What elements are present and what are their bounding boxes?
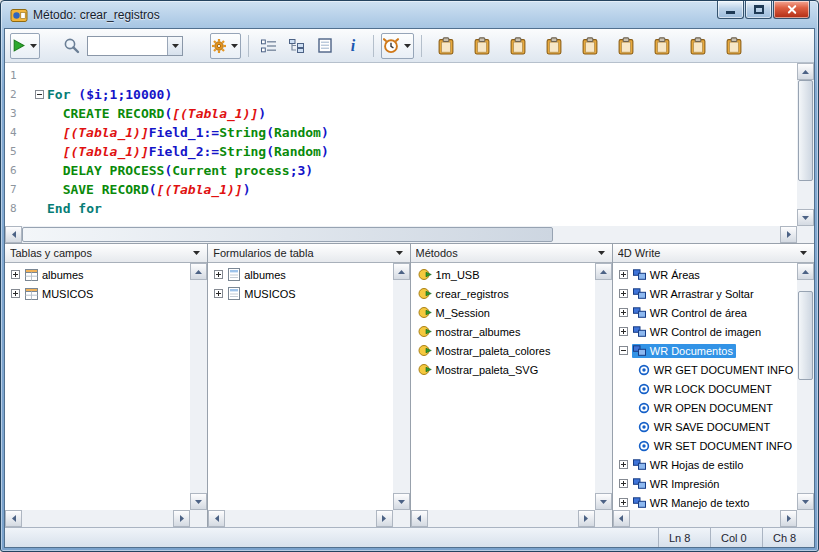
- expand-plus-icon[interactable]: [619, 289, 628, 298]
- expand-plus-icon[interactable]: [619, 327, 628, 336]
- scroll-up-icon[interactable]: [797, 263, 814, 280]
- expand-plus-icon[interactable]: [11, 270, 20, 279]
- expand-plus-icon[interactable]: [619, 270, 628, 279]
- search-combo[interactable]: [87, 36, 183, 56]
- list-item[interactable]: mostrar_albumes: [411, 322, 595, 341]
- info-button[interactable]: i: [340, 33, 366, 59]
- expand-plus-icon[interactable]: [619, 308, 628, 317]
- scroll-track[interactable]: [797, 80, 814, 209]
- list-item[interactable]: WR SAVE DOCUMENT: [613, 417, 797, 436]
- clipboard-8[interactable]: [685, 33, 711, 59]
- scroll-track[interactable]: [190, 280, 207, 493]
- scroll-up-icon[interactable]: [595, 263, 612, 280]
- scroll-left-icon[interactable]: [411, 510, 428, 527]
- fold-collapse-icon[interactable]: [31, 90, 47, 99]
- chevron-down-icon[interactable]: [596, 251, 607, 255]
- horizontal-scrollbar[interactable]: [411, 510, 595, 527]
- last-values-button[interactable]: [381, 33, 414, 59]
- list-item[interactable]: albumes: [5, 265, 190, 284]
- scroll-up-icon[interactable]: [190, 263, 207, 280]
- vertical-scrollbar[interactable]: [190, 263, 207, 510]
- vertical-scrollbar[interactable]: [595, 263, 612, 510]
- horizontal-scrollbar[interactable]: [5, 510, 190, 527]
- search-combo-input[interactable]: [88, 37, 167, 55]
- list-item[interactable]: MUSICOS: [5, 284, 190, 303]
- code-line[interactable]: [(Tabla_1)]Field_2:=String(Random): [31, 142, 797, 161]
- scroll-track[interactable]: [22, 510, 173, 527]
- clipboard-5[interactable]: [577, 33, 603, 59]
- list-item[interactable]: WR GET DOCUMENT INFO: [613, 360, 797, 379]
- scroll-up-icon[interactable]: [393, 263, 410, 280]
- scroll-right-icon[interactable]: [173, 510, 190, 527]
- line-number[interactable]: 1: [5, 66, 31, 85]
- scroll-track[interactable]: [22, 226, 780, 243]
- scroll-down-icon[interactable]: [393, 493, 410, 510]
- vertical-scrollbar[interactable]: [393, 263, 410, 510]
- scroll-track[interactable]: [797, 280, 814, 493]
- clipboard-4[interactable]: [541, 33, 567, 59]
- list-item[interactable]: MUSICOS: [208, 284, 392, 303]
- scroll-track[interactable]: [225, 510, 375, 527]
- scroll-thumb[interactable]: [798, 80, 813, 181]
- clipboard-6[interactable]: [613, 33, 639, 59]
- clipboard-2[interactable]: [469, 33, 495, 59]
- pane-4d-write-header[interactable]: 4D Write: [613, 244, 814, 263]
- vertical-scrollbar[interactable]: [797, 63, 814, 226]
- code-line[interactable]: [(Tabla_1)]Field_1:=String(Random): [31, 123, 797, 142]
- expand-plus-icon[interactable]: [619, 460, 628, 469]
- code-line[interactable]: DELAY PROCESS(Current process;3): [31, 161, 797, 180]
- close-button[interactable]: [773, 1, 810, 19]
- list-item[interactable]: Mostrar_paleta_SVG: [411, 360, 595, 379]
- chevron-down-icon[interactable]: [798, 251, 809, 255]
- macros-button-dropdown[interactable]: [229, 34, 240, 58]
- scroll-left-icon[interactable]: [5, 510, 22, 527]
- list-item[interactable]: WR Documentos: [613, 341, 797, 360]
- scroll-thumb[interactable]: [798, 291, 813, 380]
- list-item[interactable]: albumes: [208, 265, 392, 284]
- line-number[interactable]: 7: [5, 180, 31, 199]
- maximize-button[interactable]: [745, 1, 772, 19]
- scroll-track[interactable]: [595, 280, 612, 493]
- list-item[interactable]: WR Hojas de estilo: [613, 455, 797, 474]
- chevron-down-icon[interactable]: [191, 251, 202, 255]
- macros-button[interactable]: [210, 33, 241, 59]
- line-number[interactable]: 8: [5, 199, 31, 218]
- scroll-down-icon[interactable]: [797, 209, 814, 226]
- list-item[interactable]: WR LOCK DOCUMENT: [613, 379, 797, 398]
- code-line[interactable]: For ($i;1;10000): [31, 85, 797, 104]
- line-number[interactable]: 6: [5, 161, 31, 180]
- scroll-down-icon[interactable]: [190, 493, 207, 510]
- clipboard-3[interactable]: [505, 33, 531, 59]
- minimize-button[interactable]: [717, 1, 744, 19]
- scroll-right-icon[interactable]: [376, 510, 393, 527]
- list-item[interactable]: 1m_USB: [411, 265, 595, 284]
- list-item[interactable]: WR Manejo de texto: [613, 493, 797, 510]
- code-line[interactable]: End for: [31, 199, 797, 218]
- expand-plus-icon[interactable]: [619, 479, 628, 488]
- list-item[interactable]: WR Arrastrar y Soltar: [613, 284, 797, 303]
- search-combo-dropdown-icon[interactable]: [167, 37, 182, 55]
- list-item[interactable]: crear_registros: [411, 284, 595, 303]
- run-button[interactable]: [10, 33, 40, 59]
- scroll-down-icon[interactable]: [797, 493, 814, 510]
- expand-plus-icon[interactable]: [11, 289, 20, 298]
- list-item[interactable]: M_Session: [411, 303, 595, 322]
- horizontal-scrollbar[interactable]: [5, 226, 797, 243]
- line-number[interactable]: 3: [5, 104, 31, 123]
- line-number[interactable]: 4: [5, 123, 31, 142]
- scroll-left-icon[interactable]: [613, 510, 630, 527]
- clipboard-9[interactable]: [721, 33, 747, 59]
- expand-plus-icon[interactable]: [214, 289, 223, 298]
- list-item[interactable]: WR SET DOCUMENT INFO: [613, 436, 797, 455]
- horizontal-scrollbar[interactable]: [613, 510, 797, 527]
- pane-table-forms-header[interactable]: Formularios de tabla: [208, 244, 409, 263]
- last-values-button-dropdown[interactable]: [402, 34, 413, 58]
- line-number[interactable]: 5: [5, 142, 31, 161]
- scroll-right-icon[interactable]: [578, 510, 595, 527]
- code-line[interactable]: [31, 66, 797, 85]
- scroll-track[interactable]: [428, 510, 578, 527]
- scroll-thumb[interactable]: [22, 227, 553, 242]
- scroll-right-icon[interactable]: [780, 510, 797, 527]
- list-item[interactable]: WR OPEN DOCUMENT: [613, 398, 797, 417]
- expand-plus-icon[interactable]: [214, 270, 223, 279]
